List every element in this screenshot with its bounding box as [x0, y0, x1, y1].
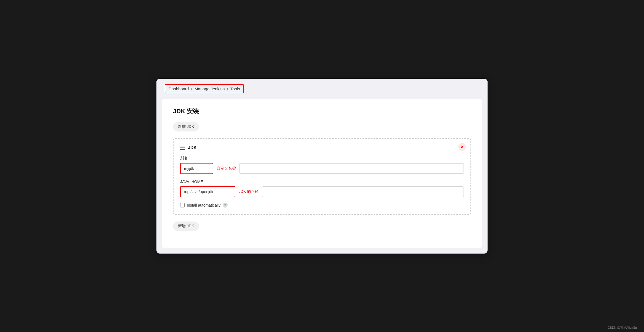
jdk-card-header: JDK [180, 145, 464, 150]
footer-btn-row: 新增 JDK [173, 222, 471, 238]
main-content: JDK 安装 新增 JDK JDK × 别名 自定义名称 [162, 99, 482, 248]
watermark: CSDN @孙治AllenSun [608, 326, 638, 330]
alias-full-input[interactable] [239, 163, 464, 174]
help-icon[interactable]: ? [223, 203, 228, 208]
jdk-card: JDK × 别名 自定义名称 JAVA_HOME JDK 的路径 [173, 138, 471, 215]
breadcrumb-dashboard[interactable]: Dashboard [169, 86, 189, 91]
alias-field-row: 自定义名称 [180, 163, 464, 174]
alias-field-group: 别名 自定义名称 [180, 156, 464, 174]
install-auto-checkbox[interactable] [180, 203, 185, 207]
breadcrumb-bar: Dashboard › Manage Jenkins › Tools [156, 79, 488, 96]
hamburger-line-2 [180, 147, 185, 148]
breadcrumb-sep-2: › [227, 86, 228, 91]
java-home-hint: JDK 的路径 [239, 189, 259, 194]
close-jdk-button[interactable]: × [458, 143, 466, 151]
alias-input[interactable] [180, 163, 213, 174]
breadcrumb: Dashboard › Manage Jenkins › Tools [165, 84, 244, 93]
breadcrumb-tools[interactable]: Tools [230, 86, 240, 91]
breadcrumb-sep-1: › [191, 86, 192, 91]
hamburger-icon[interactable] [180, 146, 185, 150]
java-home-field-row: JDK 的路径 [180, 186, 464, 197]
page-title: JDK 安装 [173, 107, 471, 115]
add-jdk-button-top[interactable]: 新增 JDK [173, 122, 199, 131]
java-home-full-input[interactable] [262, 186, 464, 197]
java-home-field-group: JAVA_HOME JDK 的路径 [180, 180, 464, 197]
hamburger-line-1 [180, 146, 185, 146]
add-jdk-button-bottom[interactable]: 新增 JDK [173, 222, 199, 231]
java-home-input[interactable] [180, 186, 235, 197]
java-home-label: JAVA_HOME [180, 180, 464, 184]
install-auto-row: Install automatically ? [180, 203, 464, 208]
alias-hint: 自定义名称 [217, 166, 236, 171]
breadcrumb-manage-jenkins[interactable]: Manage Jenkins [195, 86, 225, 91]
window: Dashboard › Manage Jenkins › Tools JDK 安… [156, 79, 488, 254]
install-auto-label: Install automatically [187, 203, 220, 207]
jdk-card-title: JDK [188, 145, 197, 150]
alias-label: 别名 [180, 156, 464, 161]
hamburger-line-3 [180, 149, 185, 150]
